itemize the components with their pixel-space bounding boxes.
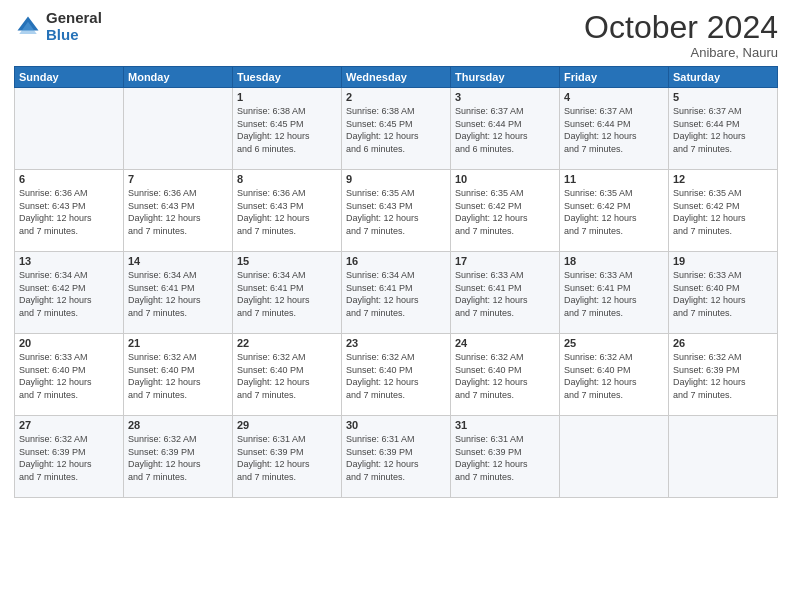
day-number: 16 bbox=[346, 255, 446, 267]
day-info: Sunrise: 6:31 AM Sunset: 6:39 PM Dayligh… bbox=[237, 433, 337, 483]
logo: General Blue bbox=[14, 10, 102, 43]
calendar-cell-w4-d0: 20Sunrise: 6:33 AM Sunset: 6:40 PM Dayli… bbox=[15, 334, 124, 416]
col-thursday: Thursday bbox=[451, 67, 560, 88]
day-info: Sunrise: 6:32 AM Sunset: 6:39 PM Dayligh… bbox=[19, 433, 119, 483]
day-number: 31 bbox=[455, 419, 555, 431]
day-info: Sunrise: 6:32 AM Sunset: 6:40 PM Dayligh… bbox=[455, 351, 555, 401]
day-number: 11 bbox=[564, 173, 664, 185]
day-info: Sunrise: 6:36 AM Sunset: 6:43 PM Dayligh… bbox=[237, 187, 337, 237]
day-info: Sunrise: 6:31 AM Sunset: 6:39 PM Dayligh… bbox=[346, 433, 446, 483]
page: General Blue October 2024 Anibare, Nauru… bbox=[0, 0, 792, 612]
day-number: 4 bbox=[564, 91, 664, 103]
day-info: Sunrise: 6:32 AM Sunset: 6:39 PM Dayligh… bbox=[128, 433, 228, 483]
day-number: 14 bbox=[128, 255, 228, 267]
day-number: 10 bbox=[455, 173, 555, 185]
day-info: Sunrise: 6:31 AM Sunset: 6:39 PM Dayligh… bbox=[455, 433, 555, 483]
day-number: 25 bbox=[564, 337, 664, 349]
col-saturday: Saturday bbox=[669, 67, 778, 88]
day-number: 15 bbox=[237, 255, 337, 267]
day-number: 13 bbox=[19, 255, 119, 267]
calendar-cell-w2-d2: 8Sunrise: 6:36 AM Sunset: 6:43 PM Daylig… bbox=[233, 170, 342, 252]
calendar-cell-w2-d5: 11Sunrise: 6:35 AM Sunset: 6:42 PM Dayli… bbox=[560, 170, 669, 252]
logo-text: General Blue bbox=[46, 10, 102, 43]
calendar-cell-w2-d3: 9Sunrise: 6:35 AM Sunset: 6:43 PM Daylig… bbox=[342, 170, 451, 252]
logo-blue-label: Blue bbox=[46, 27, 102, 44]
col-sunday: Sunday bbox=[15, 67, 124, 88]
calendar-cell-w1-d0 bbox=[15, 88, 124, 170]
day-number: 1 bbox=[237, 91, 337, 103]
day-number: 27 bbox=[19, 419, 119, 431]
day-info: Sunrise: 6:33 AM Sunset: 6:41 PM Dayligh… bbox=[455, 269, 555, 319]
calendar-cell-w4-d2: 22Sunrise: 6:32 AM Sunset: 6:40 PM Dayli… bbox=[233, 334, 342, 416]
calendar-cell-w1-d2: 1Sunrise: 6:38 AM Sunset: 6:45 PM Daylig… bbox=[233, 88, 342, 170]
day-info: Sunrise: 6:37 AM Sunset: 6:44 PM Dayligh… bbox=[455, 105, 555, 155]
day-info: Sunrise: 6:38 AM Sunset: 6:45 PM Dayligh… bbox=[346, 105, 446, 155]
day-number: 7 bbox=[128, 173, 228, 185]
day-info: Sunrise: 6:37 AM Sunset: 6:44 PM Dayligh… bbox=[564, 105, 664, 155]
calendar-cell-w4-d3: 23Sunrise: 6:32 AM Sunset: 6:40 PM Dayli… bbox=[342, 334, 451, 416]
calendar-cell-w5-d3: 30Sunrise: 6:31 AM Sunset: 6:39 PM Dayli… bbox=[342, 416, 451, 498]
calendar-cell-w2-d4: 10Sunrise: 6:35 AM Sunset: 6:42 PM Dayli… bbox=[451, 170, 560, 252]
day-number: 8 bbox=[237, 173, 337, 185]
day-number: 29 bbox=[237, 419, 337, 431]
location-subtitle: Anibare, Nauru bbox=[584, 45, 778, 60]
day-number: 26 bbox=[673, 337, 773, 349]
calendar-cell-w1-d6: 5Sunrise: 6:37 AM Sunset: 6:44 PM Daylig… bbox=[669, 88, 778, 170]
calendar-cell-w4-d4: 24Sunrise: 6:32 AM Sunset: 6:40 PM Dayli… bbox=[451, 334, 560, 416]
calendar-cell-w1-d3: 2Sunrise: 6:38 AM Sunset: 6:45 PM Daylig… bbox=[342, 88, 451, 170]
day-number: 20 bbox=[19, 337, 119, 349]
calendar-cell-w1-d5: 4Sunrise: 6:37 AM Sunset: 6:44 PM Daylig… bbox=[560, 88, 669, 170]
calendar-week-5: 27Sunrise: 6:32 AM Sunset: 6:39 PM Dayli… bbox=[15, 416, 778, 498]
calendar-week-4: 20Sunrise: 6:33 AM Sunset: 6:40 PM Dayli… bbox=[15, 334, 778, 416]
calendar-cell-w1-d1 bbox=[124, 88, 233, 170]
month-title: October 2024 bbox=[584, 10, 778, 45]
calendar-cell-w1-d4: 3Sunrise: 6:37 AM Sunset: 6:44 PM Daylig… bbox=[451, 88, 560, 170]
day-number: 21 bbox=[128, 337, 228, 349]
calendar-cell-w2-d0: 6Sunrise: 6:36 AM Sunset: 6:43 PM Daylig… bbox=[15, 170, 124, 252]
calendar-cell-w5-d4: 31Sunrise: 6:31 AM Sunset: 6:39 PM Dayli… bbox=[451, 416, 560, 498]
day-info: Sunrise: 6:34 AM Sunset: 6:41 PM Dayligh… bbox=[237, 269, 337, 319]
day-number: 6 bbox=[19, 173, 119, 185]
calendar-cell-w5-d6 bbox=[669, 416, 778, 498]
day-info: Sunrise: 6:32 AM Sunset: 6:40 PM Dayligh… bbox=[346, 351, 446, 401]
day-info: Sunrise: 6:32 AM Sunset: 6:39 PM Dayligh… bbox=[673, 351, 773, 401]
calendar-cell-w5-d1: 28Sunrise: 6:32 AM Sunset: 6:39 PM Dayli… bbox=[124, 416, 233, 498]
day-number: 5 bbox=[673, 91, 773, 103]
day-info: Sunrise: 6:34 AM Sunset: 6:41 PM Dayligh… bbox=[128, 269, 228, 319]
day-number: 30 bbox=[346, 419, 446, 431]
calendar-cell-w4-d5: 25Sunrise: 6:32 AM Sunset: 6:40 PM Dayli… bbox=[560, 334, 669, 416]
day-number: 2 bbox=[346, 91, 446, 103]
day-number: 18 bbox=[564, 255, 664, 267]
calendar-cell-w3-d6: 19Sunrise: 6:33 AM Sunset: 6:40 PM Dayli… bbox=[669, 252, 778, 334]
day-number: 24 bbox=[455, 337, 555, 349]
day-info: Sunrise: 6:32 AM Sunset: 6:40 PM Dayligh… bbox=[128, 351, 228, 401]
calendar-week-2: 6Sunrise: 6:36 AM Sunset: 6:43 PM Daylig… bbox=[15, 170, 778, 252]
calendar-table: Sunday Monday Tuesday Wednesday Thursday… bbox=[14, 66, 778, 498]
calendar-cell-w3-d4: 17Sunrise: 6:33 AM Sunset: 6:41 PM Dayli… bbox=[451, 252, 560, 334]
day-info: Sunrise: 6:32 AM Sunset: 6:40 PM Dayligh… bbox=[564, 351, 664, 401]
calendar-cell-w5-d0: 27Sunrise: 6:32 AM Sunset: 6:39 PM Dayli… bbox=[15, 416, 124, 498]
calendar-cell-w3-d1: 14Sunrise: 6:34 AM Sunset: 6:41 PM Dayli… bbox=[124, 252, 233, 334]
day-info: Sunrise: 6:33 AM Sunset: 6:40 PM Dayligh… bbox=[673, 269, 773, 319]
day-info: Sunrise: 6:36 AM Sunset: 6:43 PM Dayligh… bbox=[19, 187, 119, 237]
day-info: Sunrise: 6:34 AM Sunset: 6:42 PM Dayligh… bbox=[19, 269, 119, 319]
calendar-cell-w3-d2: 15Sunrise: 6:34 AM Sunset: 6:41 PM Dayli… bbox=[233, 252, 342, 334]
day-number: 12 bbox=[673, 173, 773, 185]
day-number: 3 bbox=[455, 91, 555, 103]
calendar-week-3: 13Sunrise: 6:34 AM Sunset: 6:42 PM Dayli… bbox=[15, 252, 778, 334]
calendar-week-1: 1Sunrise: 6:38 AM Sunset: 6:45 PM Daylig… bbox=[15, 88, 778, 170]
col-tuesday: Tuesday bbox=[233, 67, 342, 88]
day-info: Sunrise: 6:36 AM Sunset: 6:43 PM Dayligh… bbox=[128, 187, 228, 237]
calendar-cell-w5-d2: 29Sunrise: 6:31 AM Sunset: 6:39 PM Dayli… bbox=[233, 416, 342, 498]
calendar-header-row: Sunday Monday Tuesday Wednesday Thursday… bbox=[15, 67, 778, 88]
calendar-cell-w2-d6: 12Sunrise: 6:35 AM Sunset: 6:42 PM Dayli… bbox=[669, 170, 778, 252]
day-number: 23 bbox=[346, 337, 446, 349]
day-info: Sunrise: 6:34 AM Sunset: 6:41 PM Dayligh… bbox=[346, 269, 446, 319]
calendar-cell-w3-d0: 13Sunrise: 6:34 AM Sunset: 6:42 PM Dayli… bbox=[15, 252, 124, 334]
calendar-cell-w4-d1: 21Sunrise: 6:32 AM Sunset: 6:40 PM Dayli… bbox=[124, 334, 233, 416]
logo-icon bbox=[14, 13, 42, 41]
calendar-cell-w4-d6: 26Sunrise: 6:32 AM Sunset: 6:39 PM Dayli… bbox=[669, 334, 778, 416]
day-info: Sunrise: 6:33 AM Sunset: 6:41 PM Dayligh… bbox=[564, 269, 664, 319]
calendar-cell-w3-d5: 18Sunrise: 6:33 AM Sunset: 6:41 PM Dayli… bbox=[560, 252, 669, 334]
day-info: Sunrise: 6:37 AM Sunset: 6:44 PM Dayligh… bbox=[673, 105, 773, 155]
